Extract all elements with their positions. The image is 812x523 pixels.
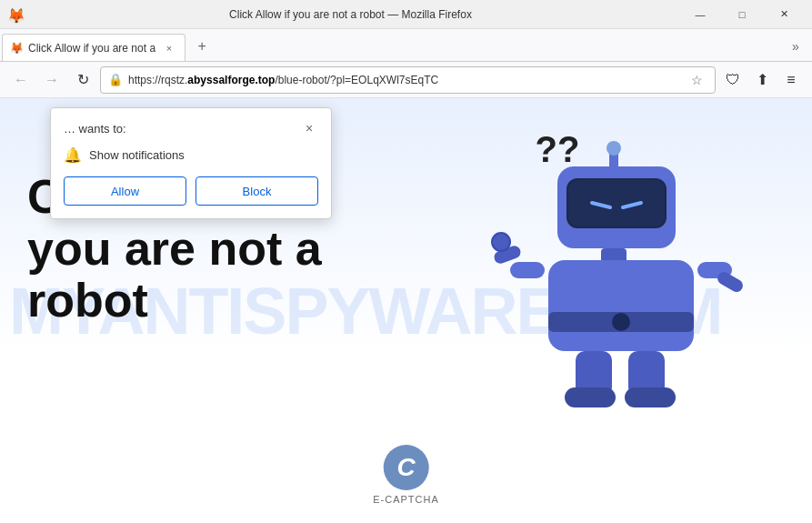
allow-button[interactable]: Allow	[64, 176, 186, 206]
popup-notification-row: 🔔 Show notifications	[64, 146, 318, 164]
url-display: https://rqstz.abyssalforge.top/blue-robo…	[128, 74, 680, 86]
security-icon: 🔒	[108, 73, 123, 86]
captcha-label: E-CAPTCHA	[373, 494, 439, 505]
forward-button[interactable]: →	[38, 66, 65, 94]
firefox-logo-icon: 🦊	[7, 7, 22, 22]
svg-point-11	[612, 313, 630, 331]
popup-title: … wants to:	[64, 122, 126, 136]
svg-rect-20	[625, 387, 676, 407]
url-prefix: https://rqstz.	[128, 74, 187, 86]
popup-buttons: Allow Block	[64, 176, 318, 206]
heading-line2: you are not a	[27, 222, 322, 275]
maximize-button[interactable]: □	[721, 0, 763, 29]
menu-button[interactable]: ≡	[777, 66, 805, 94]
window-controls: — □ ✕	[679, 0, 805, 29]
tab-favicon-icon: 🦊	[10, 42, 23, 55]
svg-rect-3	[568, 180, 665, 226]
url-suffix: /blue-robot/?pl=EOLqXWl7sEqTC	[275, 74, 438, 86]
active-tab[interactable]: 🦊 Click Allow if you are not a ×	[2, 34, 185, 61]
bell-icon: 🔔	[64, 146, 82, 164]
svg-point-7	[606, 141, 621, 156]
close-button[interactable]: ✕	[763, 0, 805, 29]
block-button[interactable]: Block	[195, 176, 318, 206]
popup-close-button[interactable]: ×	[300, 119, 318, 137]
shield-button[interactable]: 🛡	[719, 66, 747, 94]
popup-notification-text: Show notifications	[89, 148, 185, 162]
svg-point-16	[492, 233, 510, 251]
bookmark-star-button[interactable]: ☆	[686, 69, 707, 91]
tabbar: 🦊 Click Allow if you are not a × + »	[0, 29, 812, 62]
robot-svg: ??	[485, 107, 757, 426]
nav-extra-buttons: 🛡 ⬆ ≡	[719, 66, 805, 94]
robot-illustration: ??	[485, 107, 757, 426]
navbar: ← → ↻ 🔒 https://rqstz.abyssalforge.top/b…	[0, 62, 812, 98]
new-tab-button[interactable]: +	[189, 34, 215, 59]
titlebar: 🦊 Click Allow if you are not a robot — M…	[0, 0, 812, 29]
window-title: Click Allow if you are not a robot — Moz…	[22, 8, 679, 21]
svg-rect-9	[548, 260, 694, 351]
titlebar-left: 🦊	[7, 7, 22, 22]
share-button[interactable]: ⬆	[748, 66, 776, 94]
tab-title: Click Allow if you are not a	[28, 42, 155, 55]
svg-rect-19	[565, 387, 616, 407]
minimize-button[interactable]: —	[679, 0, 721, 29]
captcha-icon: C	[384, 445, 429, 490]
svg-text:??: ??	[536, 129, 580, 169]
popup-header: … wants to: ×	[64, 119, 318, 137]
address-bar[interactable]: 🔒 https://rqstz.abyssalforge.top/blue-ro…	[100, 66, 716, 94]
heading-line3: robot	[27, 274, 148, 327]
more-tabs-button[interactable]: »	[783, 34, 808, 59]
page-content: MYANTISPYWARE.COM Click Allow if you are…	[0, 98, 812, 523]
captcha-logo: C E-CAPTCHA	[373, 445, 439, 505]
reload-button[interactable]: ↻	[69, 66, 96, 94]
notification-popup: … wants to: × 🔔 Show notifications Allow…	[50, 107, 332, 219]
back-button[interactable]: ←	[7, 66, 35, 94]
tab-close-button[interactable]: ×	[161, 40, 177, 56]
svg-rect-12	[510, 262, 545, 278]
url-domain: abyssalforge.top	[187, 74, 275, 86]
